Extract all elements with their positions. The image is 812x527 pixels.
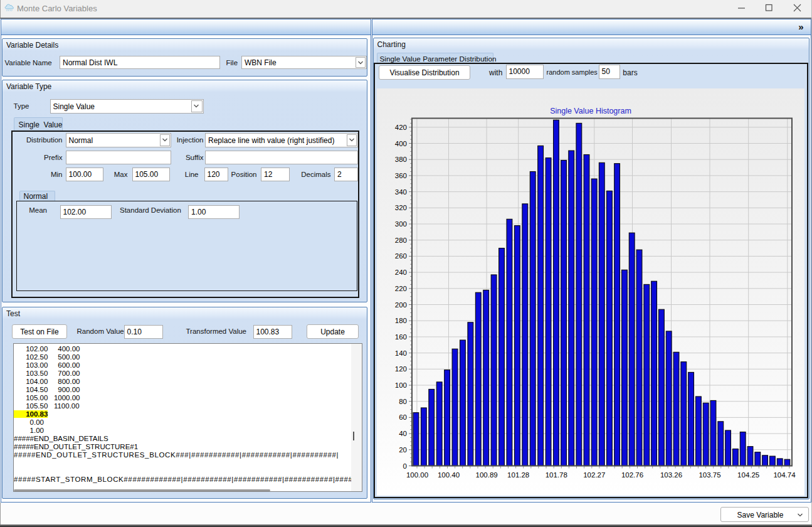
svg-text:200: 200 — [394, 301, 406, 308]
svg-text:400: 400 — [394, 139, 406, 147]
svg-text:104.74: 104.74 — [773, 471, 796, 479]
svg-text:101.78: 101.78 — [545, 471, 567, 479]
svg-text:300: 300 — [394, 220, 406, 228]
svg-text:100.89: 100.89 — [475, 471, 497, 479]
svg-text:103.26: 103.26 — [660, 471, 682, 479]
svg-text:420: 420 — [394, 123, 406, 130]
svg-text:104.25: 104.25 — [737, 471, 759, 479]
svg-text:380: 380 — [394, 156, 406, 163]
svg-text:102.27: 102.27 — [583, 471, 605, 479]
svg-text:100.00: 100.00 — [406, 471, 428, 479]
svg-text:240: 240 — [394, 269, 406, 276]
svg-text:160: 160 — [394, 333, 406, 340]
svg-text:100: 100 — [394, 381, 406, 389]
svg-text:60: 60 — [399, 413, 407, 421]
svg-text:320: 320 — [394, 204, 406, 211]
svg-text:260: 260 — [394, 252, 406, 260]
svg-text:180: 180 — [394, 317, 406, 324]
svg-text:102.76: 102.76 — [621, 471, 643, 479]
svg-text:103.75: 103.75 — [699, 471, 720, 479]
svg-text:20: 20 — [399, 445, 407, 453]
svg-text:101.28: 101.28 — [507, 471, 529, 479]
svg-text:40: 40 — [399, 430, 407, 437]
svg-text:140: 140 — [394, 349, 406, 356]
svg-text:220: 220 — [394, 284, 406, 292]
svg-text:80: 80 — [399, 397, 407, 405]
svg-text:280: 280 — [394, 236, 406, 243]
svg-text:100.40: 100.40 — [437, 471, 459, 479]
svg-text:360: 360 — [394, 171, 406, 179]
svg-text:Single Value Histogram: Single Value Histogram — [550, 107, 631, 115]
svg-text:340: 340 — [394, 188, 406, 195]
svg-text:0: 0 — [403, 462, 406, 469]
svg-text:120: 120 — [394, 365, 406, 373]
